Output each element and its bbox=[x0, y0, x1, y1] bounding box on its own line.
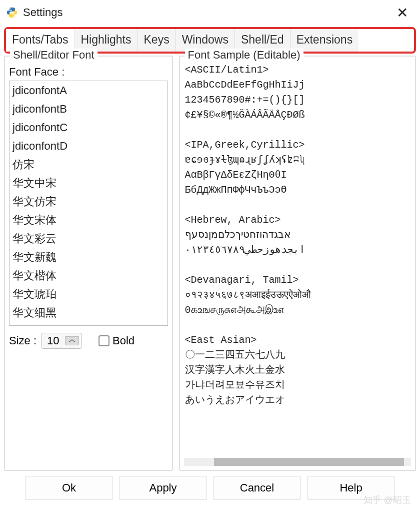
sample-line: <ASCII/Latin1> bbox=[185, 63, 410, 78]
horizontal-scrollbar[interactable] bbox=[184, 458, 411, 466]
tab-keys[interactable]: Keys bbox=[138, 29, 176, 52]
sample-line bbox=[185, 318, 410, 333]
size-stepper-icon[interactable] bbox=[65, 336, 79, 345]
font-item[interactable]: jdiconfontA bbox=[10, 81, 168, 100]
font-item[interactable]: 华文行楷 bbox=[10, 322, 168, 326]
sample-line: ΑαΒβΓγΔδΕεΖζΗηΘθΙ bbox=[185, 168, 410, 183]
python-icon bbox=[6, 7, 18, 19]
font-item[interactable]: 华文仿宋 bbox=[10, 192, 168, 211]
sample-line bbox=[185, 198, 410, 213]
size-spinbox[interactable]: 10 bbox=[42, 333, 82, 349]
bold-label: Bold bbox=[112, 334, 134, 347]
font-item[interactable]: 华文宋体 bbox=[10, 211, 168, 229]
left-panel-title: Shell/Editor Font bbox=[10, 49, 98, 62]
checkbox-icon bbox=[98, 335, 110, 346]
sample-line: БбДдЖжПпФфЧчЪъЭэӨ bbox=[185, 183, 410, 198]
window-title: Settings bbox=[23, 6, 63, 19]
sample-line: <Hebrew, Arabic> bbox=[185, 213, 410, 228]
font-item[interactable]: 华文细黑 bbox=[10, 303, 168, 322]
sample-line: <Devanagari, Tamil> bbox=[185, 273, 410, 288]
scrollbar-thumb[interactable] bbox=[214, 458, 404, 466]
sample-line: ०१२३४५६७८९अआइईउऊएऐओऔ bbox=[185, 288, 410, 303]
sample-line: あいうえおアイウエオ bbox=[185, 393, 410, 408]
font-item[interactable]: 华文彩云 bbox=[10, 229, 168, 248]
font-item[interactable]: 华文中宋 bbox=[10, 174, 168, 192]
font-sample-panel: Font Sample (Editable) <ASCII/Latin1>AaB… bbox=[179, 56, 416, 471]
shell-editor-font-panel: Shell/Editor Font Font Face : jdiconfont… bbox=[4, 56, 173, 471]
font-item[interactable]: jdiconfontC bbox=[10, 118, 168, 137]
sample-line: 汉字漢字人木火土金水 bbox=[185, 363, 410, 378]
svg-point-1 bbox=[14, 16, 14, 17]
font-item[interactable]: 仿宋 bbox=[10, 155, 168, 174]
sample-line: AaBbCcDdEeFfGgHhIiJj bbox=[185, 78, 410, 93]
sample-line bbox=[185, 123, 410, 138]
sample-line bbox=[185, 258, 410, 273]
sample-line: ɐɕɘɞɟɤɫɮɰɷɻʁʃʆʎʞʢʫʭʯ bbox=[185, 153, 410, 168]
font-face-label: Font Face : bbox=[9, 66, 168, 79]
sample-line: ¢£¥§©«®¶½ĞÀÁÂÃÄÅÇÐØß bbox=[185, 108, 410, 123]
font-item[interactable]: 华文琥珀 bbox=[10, 285, 168, 303]
size-label: Size : bbox=[9, 334, 36, 347]
watermark: 知乎 @昭玉 bbox=[364, 494, 411, 506]
sample-line: ابجدهوزحطي٠١٢٣٤٥٦٧٨٩ bbox=[185, 243, 410, 258]
apply-button[interactable]: Apply bbox=[119, 476, 207, 500]
sample-line: 〇一二三四五六七八九 bbox=[185, 348, 410, 363]
font-item[interactable]: jdiconfontD bbox=[10, 137, 168, 155]
sample-line: <East Asian> bbox=[185, 333, 410, 348]
close-icon[interactable]: ✕ bbox=[390, 3, 414, 23]
font-face-list[interactable]: jdiconfontAjdiconfontBjdiconfontCjdiconf… bbox=[9, 81, 168, 326]
sample-line: <IPA,Greek,Cyrillic> bbox=[185, 138, 410, 153]
dialog-buttons: Ok Apply Cancel Help bbox=[0, 471, 420, 500]
size-value: 10 bbox=[47, 334, 65, 347]
bold-checkbox[interactable]: Bold bbox=[98, 334, 134, 347]
right-panel-title: Font Sample (Editable) bbox=[185, 49, 304, 62]
font-item[interactable]: 华文楷体 bbox=[10, 266, 168, 285]
font-sample-text[interactable]: <ASCII/Latin1>AaBbCcDdEeFfGgHhIiJj123456… bbox=[184, 62, 411, 456]
cancel-button[interactable]: Cancel bbox=[213, 476, 301, 500]
font-item[interactable]: 华文新魏 bbox=[10, 248, 168, 266]
sample-line: 0கஉஙசருசுஎஅகூஅஇஉஎ bbox=[185, 303, 410, 318]
titlebar: Settings ✕ bbox=[0, 0, 420, 25]
sample-line: 1234567890#:+=(){}[] bbox=[185, 93, 410, 108]
sample-line: אבגדהוזחטיךכלםמןנסעף bbox=[185, 228, 410, 243]
font-item[interactable]: jdiconfontB bbox=[10, 100, 168, 118]
ok-button[interactable]: Ok bbox=[25, 476, 113, 500]
svg-point-0 bbox=[10, 9, 11, 10]
sample-line: 가냐더려모뵤수유즈치 bbox=[185, 378, 410, 393]
